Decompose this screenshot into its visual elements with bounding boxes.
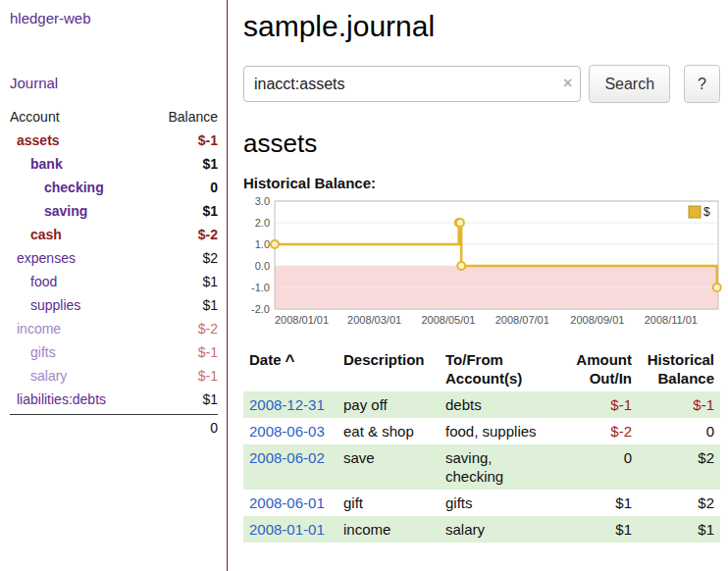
search-button[interactable]: Search: [589, 65, 670, 103]
account-balance: $-2: [198, 317, 218, 340]
account-balance: $-2: [198, 223, 218, 246]
account-balance: $1: [202, 199, 218, 223]
register-balance-cell: $-1: [638, 391, 720, 418]
svg-text:3.0: 3.0: [255, 195, 270, 207]
register-row: 2008-06-01 gift gifts $1 $2: [243, 490, 720, 516]
svg-text:2008/05/01: 2008/05/01: [421, 314, 475, 326]
transaction-date-link[interactable]: 2008-06-02: [249, 449, 325, 466]
svg-text:2008/03/01: 2008/03/01: [347, 314, 401, 326]
transaction-date-link[interactable]: 2008-06-03: [249, 423, 325, 440]
account-row: saving $1: [10, 199, 218, 223]
chart-title: Historical Balance:: [243, 175, 720, 191]
account-heading: assets: [243, 129, 720, 159]
account-balance: $-1: [198, 340, 218, 364]
hledger-web-window: hledger-web Journal Account Balance asse…: [0, 0, 728, 571]
register-amount-cell: $-1: [555, 391, 638, 418]
account-link-expenses[interactable]: expenses: [10, 246, 76, 270]
register-date-cell: 2008-06-03: [243, 418, 338, 444]
accounts-total: 0: [10, 415, 218, 441]
register-header-row: Date^ Description To/From Account(s) Amo…: [243, 346, 720, 391]
register-accounts-cell: saving, checking: [440, 444, 555, 490]
account-balance: $1: [202, 293, 218, 317]
account-row: income $-2: [10, 317, 218, 340]
register-description-cell: gift: [338, 490, 440, 516]
account-balance: 0: [210, 176, 218, 199]
account-link-cash[interactable]: cash: [10, 223, 62, 246]
historical-balance-chart: 3.02.01.00.0-1.0-2.02008/01/012008/03/01…: [243, 195, 728, 338]
register-row: 2008-12-31 pay off debts $-1 $-1: [243, 391, 720, 418]
accounts-table: Account Balance assets $-1 bank $1 check…: [10, 105, 218, 441]
register-header-date[interactable]: Date^: [243, 346, 338, 391]
account-link-assets[interactable]: assets: [10, 129, 60, 152]
register-header-description: Description: [338, 346, 440, 391]
clear-search-icon[interactable]: ×: [563, 75, 572, 92]
register-date-cell: 2008-01-01: [243, 516, 338, 543]
register-balance-cell: $1: [638, 516, 720, 543]
register-description-cell: save: [338, 444, 440, 490]
account-link-bank[interactable]: bank: [10, 152, 63, 176]
accounts-table-header: Account Balance: [10, 105, 218, 129]
account-row: expenses $2: [10, 246, 218, 270]
account-link-checking[interactable]: checking: [10, 176, 104, 199]
account-balance: $-1: [198, 364, 218, 388]
account-link-saving[interactable]: saving: [10, 199, 87, 223]
svg-text:2008/01/01: 2008/01/01: [275, 314, 329, 326]
account-column-header: Account: [10, 105, 60, 129]
app-title-link[interactable]: hledger-web: [10, 10, 91, 26]
svg-text:0.0: 0.0: [255, 260, 270, 272]
svg-text:2.0: 2.0: [255, 217, 270, 229]
account-row: supplies $1: [10, 293, 218, 317]
account-balance: $2: [202, 246, 218, 270]
register-balance-cell: 0: [638, 418, 720, 444]
register-row: 2008-06-02 save saving, checking 0 $2: [243, 444, 720, 490]
svg-text:$: $: [703, 205, 710, 219]
account-row: cash $-2: [10, 223, 218, 246]
page-title: sample.journal: [243, 10, 720, 43]
register-description-cell: pay off: [338, 391, 440, 418]
main-content: sample.journal × Search ? assets Histori…: [229, 0, 728, 543]
register-amount-cell: $1: [555, 516, 638, 543]
svg-text:2008/09/01: 2008/09/01: [570, 314, 624, 326]
register-balance-cell: $2: [638, 444, 720, 490]
transaction-date-link[interactable]: 2008-12-31: [249, 396, 325, 413]
account-link-liabilities-debts[interactable]: liabilities:debts: [10, 388, 106, 411]
account-row: liabilities:debts $1: [10, 388, 218, 411]
account-balance: $1: [202, 388, 218, 411]
account-link-salary[interactable]: salary: [10, 364, 67, 388]
balance-column-header: Balance: [168, 105, 218, 129]
transaction-date-link[interactable]: 2008-06-01: [249, 494, 325, 511]
register-description-cell: eat & shop: [338, 418, 440, 444]
register-row: 2008-06-03 eat & shop food, supplies $-2…: [243, 418, 720, 444]
register-balance-cell: $2: [638, 490, 720, 516]
register-date-cell: 2008-12-31: [243, 391, 338, 418]
sidebar: hledger-web Journal Account Balance asse…: [0, 0, 228, 571]
register-header-historical: Historical Balance: [638, 346, 720, 391]
account-balance: $1: [202, 270, 218, 293]
account-row: gifts $-1: [10, 340, 218, 364]
account-row: assets $-1: [10, 129, 218, 152]
account-balance: $1: [202, 152, 218, 176]
account-link-food[interactable]: food: [10, 270, 57, 293]
account-row: bank $1: [10, 152, 218, 176]
account-link-supplies[interactable]: supplies: [10, 293, 80, 317]
register-amount-cell: 0: [555, 444, 638, 490]
svg-text:-2.0: -2.0: [251, 303, 270, 315]
search-form: × Search ?: [243, 65, 720, 103]
account-balance: $-1: [198, 129, 218, 152]
svg-text:-1.0: -1.0: [251, 282, 270, 293]
sort-ascending-icon[interactable]: ^: [286, 351, 295, 370]
transaction-date-link[interactable]: 2008-01-01: [249, 521, 325, 538]
chart-canvas: 3.02.01.00.0-1.0-2.02008/01/012008/03/01…: [243, 195, 728, 335]
register-accounts-cell: debts: [440, 391, 555, 418]
help-button[interactable]: ?: [684, 65, 720, 103]
register-amount-cell: $-2: [555, 418, 638, 444]
svg-text:1.0: 1.0: [255, 238, 270, 250]
account-link-gifts[interactable]: gifts: [10, 340, 56, 364]
account-row: salary $-1: [10, 364, 218, 388]
account-row: checking 0: [10, 176, 218, 199]
register-header-tofrom: To/From Account(s): [440, 346, 555, 391]
sidebar-item-journal[interactable]: Journal: [10, 75, 58, 91]
register-date-cell: 2008-06-01: [243, 490, 338, 516]
search-input[interactable]: [243, 66, 581, 102]
account-link-income[interactable]: income: [10, 317, 61, 340]
